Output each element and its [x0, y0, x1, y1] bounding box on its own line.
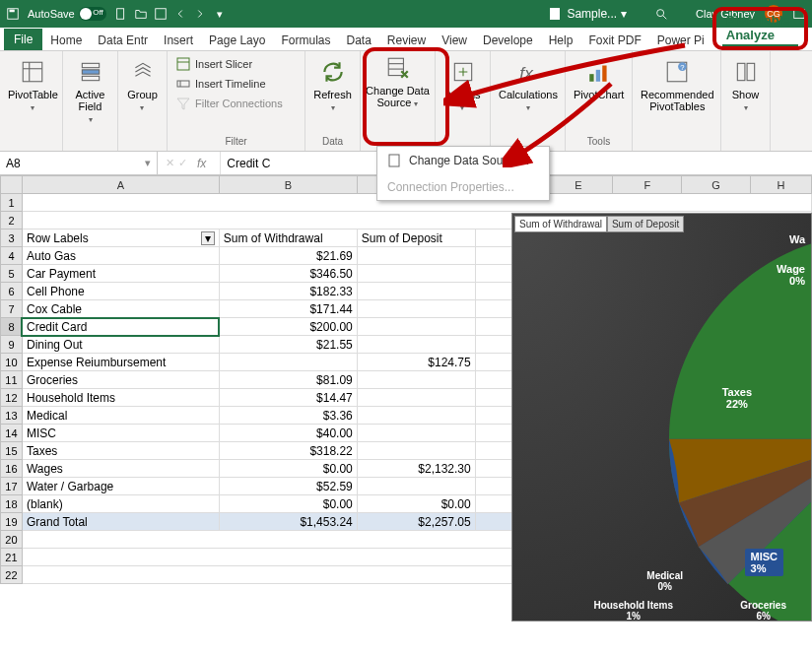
row-header[interactable]: 1 — [1, 194, 23, 212]
tab-insert[interactable]: Insert — [156, 31, 201, 50]
show-button[interactable]: Show — [727, 55, 764, 115]
table-row[interactable]: Dining Out — [22, 336, 219, 354]
pivot-row-labels-header[interactable]: Row Labels▾ — [22, 229, 219, 247]
tab-pivottable-analyze[interactable]: PivotTable Analyze — [722, 11, 798, 46]
pivot-chart[interactable]: Sum of Withdrawal Sum of Deposit Wa Wage… — [511, 213, 812, 622]
tab-foxit[interactable]: Foxit PDF — [580, 31, 648, 50]
tab-file[interactable]: File — [4, 29, 42, 50]
change-data-source-menu: Change Data Source... Connection Propert… — [376, 146, 550, 201]
table-row[interactable]: Groceries — [22, 371, 219, 389]
tab-view[interactable]: View — [434, 31, 475, 50]
table-row[interactable]: Wages — [22, 460, 219, 478]
table-row[interactable]: Cell Phone — [22, 283, 219, 300]
actions-icon — [450, 59, 476, 85]
row-header[interactable]: 3 — [1, 229, 23, 247]
redo-icon[interactable] — [193, 7, 207, 21]
actions-button[interactable]: Actions — [441, 55, 484, 115]
menu-change-data-source[interactable]: Change Data Source... — [377, 147, 549, 174]
select-all-corner[interactable] — [1, 176, 23, 194]
recommended-pivottables-button[interactable]: ? Recommended PivotTables — [639, 55, 716, 114]
pivottable-button[interactable]: PivotTable — [6, 55, 60, 115]
pivot-col-header[interactable]: Sum of Deposit — [357, 229, 475, 247]
pivottable-icon — [20, 59, 45, 85]
col-header[interactable]: G — [682, 176, 751, 194]
col-header[interactable]: B — [219, 176, 357, 194]
tab-data[interactable]: Data — [338, 31, 378, 50]
table-row[interactable]: (blank) — [22, 495, 219, 513]
filter-dropdown-icon[interactable]: ▾ — [201, 231, 215, 245]
chart-slice-label: MISC3% — [745, 549, 784, 576]
chart-tab-deposit[interactable]: Sum of Deposit — [607, 216, 684, 232]
more-icon[interactable]: ▾ — [213, 7, 227, 21]
col-header[interactable]: E — [544, 176, 613, 194]
name-box-input[interactable] — [6, 157, 145, 170]
col-header[interactable]: H — [751, 176, 812, 194]
name-box[interactable]: ▾ — [0, 152, 158, 174]
search-icon[interactable] — [654, 7, 668, 21]
insert-timeline-button[interactable]: Insert Timeline — [173, 75, 285, 93]
chart-tab-withdrawal[interactable]: Sum of Withdrawal — [514, 216, 607, 232]
svg-rect-3 — [155, 9, 166, 20]
table-row[interactable]: Auto Gas — [22, 247, 219, 265]
table-row[interactable]: Car Payment — [22, 265, 219, 283]
save-qat-icon[interactable] — [154, 7, 168, 21]
svg-rect-31 — [389, 155, 399, 166]
quick-access-toolbar: ▾ — [114, 7, 227, 21]
pivotchart-button[interactable]: PivotChart — [572, 55, 626, 102]
insert-slicer-button[interactable]: Insert Slicer — [173, 55, 285, 73]
tab-formulas[interactable]: Formulas — [273, 31, 338, 50]
svg-rect-29 — [737, 63, 745, 80]
tab-page-layout[interactable]: Page Layo — [201, 31, 273, 50]
svg-rect-14 — [177, 58, 189, 70]
chart-field-buttons: Sum of Withdrawal Sum of Deposit — [514, 216, 684, 232]
svg-rect-13 — [82, 76, 99, 80]
change-data-source-button[interactable]: Change Data Source — [361, 51, 435, 111]
calculations-button[interactable]: fx Calculations — [497, 55, 560, 115]
undo-icon[interactable] — [173, 7, 187, 21]
table-row[interactable]: MISC — [22, 425, 219, 442]
accept-formula-icon[interactable]: ✓ — [178, 157, 187, 169]
autosave-toggle-group: AutoSave Off — [28, 7, 106, 21]
autosave-toggle[interactable]: Off — [79, 7, 106, 21]
table-row[interactable]: Medical — [22, 407, 219, 425]
grand-total-row[interactable]: Grand Total — [22, 513, 219, 531]
fx-icon[interactable]: fx — [191, 157, 212, 170]
table-row[interactable]: Cox Cable — [22, 300, 219, 318]
change-ds-menu-icon — [387, 153, 403, 168]
svg-rect-8 — [24, 62, 43, 82]
filter-connections-button: Filter Connections — [173, 95, 285, 112]
active-field-button[interactable]: Active Field — [69, 55, 111, 127]
tab-developer[interactable]: Develope — [475, 31, 541, 50]
tab-power[interactable]: Power Pi — [649, 31, 712, 50]
table-row[interactable]: Household Items — [22, 389, 219, 407]
new-file-icon[interactable] — [114, 7, 128, 21]
tab-data-entr[interactable]: Data Entr — [90, 31, 156, 50]
spreadsheet-grid[interactable]: A B C D E F G H 1 2 3 Row Labels▾ Sum of… — [0, 175, 812, 655]
col-header[interactable]: F — [613, 176, 682, 194]
active-field-icon — [78, 59, 103, 85]
save-icon[interactable] — [6, 6, 20, 22]
show-icon — [733, 59, 759, 85]
tab-review[interactable]: Review — [379, 31, 434, 50]
table-row[interactable]: Expense Reiumbursement — [22, 354, 219, 371]
col-header[interactable]: A — [22, 176, 219, 194]
table-row[interactable]: Taxes — [22, 442, 219, 460]
tab-help[interactable]: Help — [541, 31, 581, 50]
chevron-down-icon[interactable]: ▾ — [621, 7, 627, 21]
chevron-down-icon[interactable]: ▾ — [145, 157, 151, 169]
group-button[interactable]: Group — [124, 55, 161, 115]
cancel-formula-icon[interactable]: ✕ — [166, 157, 174, 169]
chart-slice-label: Wage0% — [777, 263, 805, 287]
open-folder-icon[interactable] — [134, 7, 148, 21]
group-label-filter: Filter — [173, 136, 299, 149]
table-row[interactable]: Water / Garbage — [22, 478, 219, 495]
refresh-button[interactable]: Refresh — [311, 55, 354, 115]
svg-rect-1 — [10, 10, 15, 13]
selected-cell[interactable]: Credit Card — [22, 318, 219, 336]
group-label-tools: Tools — [572, 136, 626, 149]
row-header[interactable]: 2 — [1, 212, 23, 229]
tab-home[interactable]: Home — [42, 31, 90, 50]
chart-slice-label: Groceries6% — [740, 600, 786, 622]
svg-point-5 — [657, 10, 664, 17]
pivot-col-header[interactable]: Sum of Withdrawal — [219, 229, 357, 247]
